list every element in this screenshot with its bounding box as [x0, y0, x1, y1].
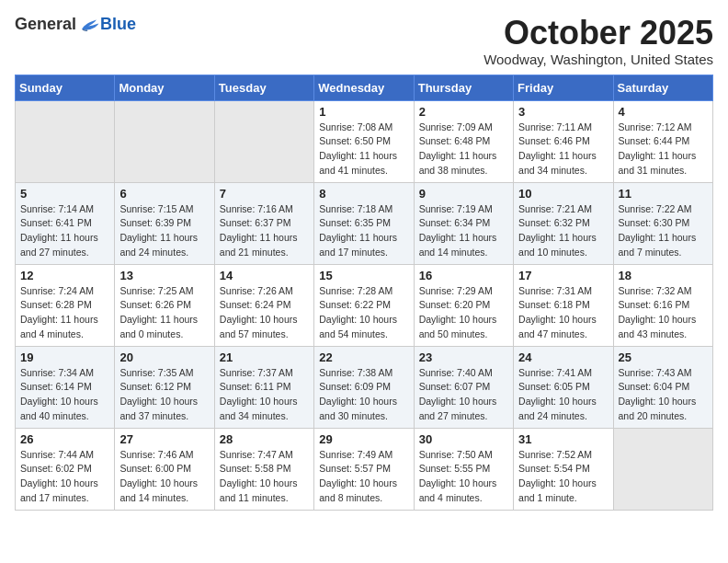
weekday-header-row: SundayMondayTuesdayWednesdayThursdayFrid…: [16, 75, 713, 100]
calendar-week-row: 12Sunrise: 7:24 AMSunset: 6:28 PMDayligh…: [16, 264, 713, 346]
day-number: 18: [619, 269, 708, 282]
day-number: 13: [119, 269, 209, 282]
day-info: Sunrise: 7:31 AMSunset: 6:18 PMDaylight:…: [518, 284, 608, 342]
weekday-header-monday: Monday: [115, 75, 214, 100]
day-info: Sunrise: 7:46 AMSunset: 6:00 PMDaylight:…: [119, 448, 209, 506]
calendar-day-cell: 1Sunrise: 7:08 AMSunset: 6:50 PMDaylight…: [314, 100, 414, 182]
calendar-day-cell: 28Sunrise: 7:47 AMSunset: 5:58 PMDayligh…: [214, 428, 313, 510]
day-number: 9: [419, 187, 508, 201]
calendar-day-cell: 23Sunrise: 7:40 AMSunset: 6:07 PMDayligh…: [414, 346, 513, 428]
day-number: 16: [419, 269, 508, 282]
day-info: Sunrise: 7:49 AMSunset: 5:57 PMDaylight:…: [319, 448, 408, 506]
weekday-header-thursday: Thursday: [414, 75, 513, 100]
day-number: 19: [20, 350, 109, 364]
calendar-day-cell: 26Sunrise: 7:44 AMSunset: 6:02 PMDayligh…: [16, 428, 115, 510]
day-info: Sunrise: 7:34 AMSunset: 6:14 PMDaylight:…: [20, 366, 109, 424]
day-info: Sunrise: 7:40 AMSunset: 6:07 PMDaylight:…: [419, 366, 508, 424]
day-number: 15: [319, 269, 408, 282]
day-info: Sunrise: 7:37 AMSunset: 6:11 PMDaylight:…: [220, 366, 309, 424]
day-number: 3: [518, 105, 608, 119]
calendar-day-cell: 19Sunrise: 7:34 AMSunset: 6:14 PMDayligh…: [16, 346, 115, 428]
page-header: General Blue October 2025 Woodway, Washi…: [15, 15, 713, 67]
day-info: Sunrise: 7:32 AMSunset: 6:16 PMDaylight:…: [619, 284, 708, 342]
day-info: Sunrise: 7:47 AMSunset: 5:58 PMDaylight:…: [220, 448, 309, 506]
calendar-week-row: 1Sunrise: 7:08 AMSunset: 6:50 PMDaylight…: [16, 100, 713, 182]
calendar-day-cell: 25Sunrise: 7:43 AMSunset: 6:04 PMDayligh…: [613, 346, 712, 428]
day-info: Sunrise: 7:19 AMSunset: 6:34 PMDaylight:…: [419, 202, 508, 260]
calendar-day-cell: 6Sunrise: 7:15 AMSunset: 6:39 PMDaylight…: [115, 182, 214, 264]
day-number: 1: [319, 105, 408, 119]
calendar-day-cell: 9Sunrise: 7:19 AMSunset: 6:34 PMDaylight…: [414, 182, 513, 264]
calendar-day-cell: 20Sunrise: 7:35 AMSunset: 6:12 PMDayligh…: [115, 346, 214, 428]
day-number: 4: [619, 105, 708, 119]
day-number: 17: [518, 269, 608, 282]
calendar-day-cell: 12Sunrise: 7:24 AMSunset: 6:28 PMDayligh…: [16, 264, 115, 346]
calendar-day-cell: 13Sunrise: 7:25 AMSunset: 6:26 PMDayligh…: [115, 264, 214, 346]
day-number: 22: [319, 350, 408, 364]
day-info: Sunrise: 7:22 AMSunset: 6:30 PMDaylight:…: [619, 202, 708, 260]
day-number: 11: [619, 187, 708, 201]
day-info: Sunrise: 7:11 AMSunset: 6:46 PMDaylight:…: [518, 121, 608, 178]
day-info: Sunrise: 7:52 AMSunset: 5:54 PMDaylight:…: [518, 448, 608, 506]
calendar-day-cell: 24Sunrise: 7:41 AMSunset: 6:05 PMDayligh…: [514, 346, 613, 428]
weekday-header-saturday: Saturday: [613, 75, 712, 100]
calendar-day-cell: 18Sunrise: 7:32 AMSunset: 6:16 PMDayligh…: [613, 264, 712, 346]
calendar-week-row: 19Sunrise: 7:34 AMSunset: 6:14 PMDayligh…: [16, 346, 713, 428]
calendar-table: SundayMondayTuesdayWednesdayThursdayFrid…: [15, 75, 713, 511]
weekday-header-tuesday: Tuesday: [214, 75, 313, 100]
day-info: Sunrise: 7:35 AMSunset: 6:12 PMDaylight:…: [119, 366, 209, 424]
calendar-day-cell: 11Sunrise: 7:22 AMSunset: 6:30 PMDayligh…: [613, 182, 712, 264]
day-info: Sunrise: 7:25 AMSunset: 6:26 PMDaylight:…: [119, 284, 209, 342]
day-info: Sunrise: 7:29 AMSunset: 6:20 PMDaylight:…: [419, 284, 508, 342]
day-info: Sunrise: 7:43 AMSunset: 6:04 PMDaylight:…: [619, 366, 708, 424]
calendar-day-cell: 7Sunrise: 7:16 AMSunset: 6:37 PMDaylight…: [214, 182, 313, 264]
day-info: Sunrise: 7:28 AMSunset: 6:22 PMDaylight:…: [319, 284, 408, 342]
calendar-day-cell: 8Sunrise: 7:18 AMSunset: 6:35 PMDaylight…: [314, 182, 414, 264]
calendar-week-row: 5Sunrise: 7:14 AMSunset: 6:41 PMDaylight…: [16, 182, 713, 264]
day-number: 8: [319, 187, 408, 201]
day-info: Sunrise: 7:15 AMSunset: 6:39 PMDaylight:…: [119, 202, 209, 260]
calendar-day-cell: [613, 428, 712, 510]
calendar-day-cell: 16Sunrise: 7:29 AMSunset: 6:20 PMDayligh…: [414, 264, 513, 346]
calendar-day-cell: 21Sunrise: 7:37 AMSunset: 6:11 PMDayligh…: [214, 346, 313, 428]
logo-general-text: General: [15, 15, 76, 34]
day-info: Sunrise: 7:50 AMSunset: 5:55 PMDaylight:…: [419, 448, 508, 506]
calendar-day-cell: 17Sunrise: 7:31 AMSunset: 6:18 PMDayligh…: [514, 264, 613, 346]
day-info: Sunrise: 7:38 AMSunset: 6:09 PMDaylight:…: [319, 366, 408, 424]
calendar-day-cell: [115, 100, 214, 182]
calendar-day-cell: 14Sunrise: 7:26 AMSunset: 6:24 PMDayligh…: [214, 264, 313, 346]
day-number: 5: [20, 187, 109, 201]
day-number: 24: [518, 350, 608, 364]
logo-bird-icon: [78, 16, 100, 34]
day-info: Sunrise: 7:14 AMSunset: 6:41 PMDaylight:…: [20, 202, 109, 260]
weekday-header-sunday: Sunday: [16, 75, 115, 100]
day-info: Sunrise: 7:18 AMSunset: 6:35 PMDaylight:…: [319, 202, 408, 260]
day-info: Sunrise: 7:44 AMSunset: 6:02 PMDaylight:…: [20, 448, 109, 506]
logo-blue-text: Blue: [100, 15, 136, 34]
day-info: Sunrise: 7:24 AMSunset: 6:28 PMDaylight:…: [20, 284, 109, 342]
calendar-day-cell: 5Sunrise: 7:14 AMSunset: 6:41 PMDaylight…: [16, 182, 115, 264]
day-number: 29: [319, 432, 408, 446]
calendar-day-cell: [16, 100, 115, 182]
day-number: 28: [220, 432, 309, 446]
day-info: Sunrise: 7:09 AMSunset: 6:48 PMDaylight:…: [419, 121, 508, 178]
calendar-day-cell: 15Sunrise: 7:28 AMSunset: 6:22 PMDayligh…: [314, 264, 414, 346]
day-number: 30: [419, 432, 508, 446]
logo: General Blue: [15, 15, 136, 34]
day-info: Sunrise: 7:21 AMSunset: 6:32 PMDaylight:…: [518, 202, 608, 260]
calendar-day-cell: 3Sunrise: 7:11 AMSunset: 6:46 PMDaylight…: [514, 100, 613, 182]
calendar-day-cell: 2Sunrise: 7:09 AMSunset: 6:48 PMDaylight…: [414, 100, 513, 182]
day-number: 20: [119, 350, 209, 364]
day-number: 26: [20, 432, 109, 446]
location-text: Woodway, Washington, United States: [483, 52, 713, 67]
calendar-day-cell: 31Sunrise: 7:52 AMSunset: 5:54 PMDayligh…: [514, 428, 613, 510]
day-number: 10: [518, 187, 608, 201]
day-number: 7: [220, 187, 309, 201]
day-number: 14: [220, 269, 309, 282]
title-section: October 2025 Woodway, Washington, United…: [483, 15, 713, 67]
day-number: 31: [518, 432, 608, 446]
day-number: 21: [220, 350, 309, 364]
calendar-day-cell: 27Sunrise: 7:46 AMSunset: 6:00 PMDayligh…: [115, 428, 214, 510]
day-number: 2: [419, 105, 508, 119]
day-info: Sunrise: 7:16 AMSunset: 6:37 PMDaylight:…: [220, 202, 309, 260]
